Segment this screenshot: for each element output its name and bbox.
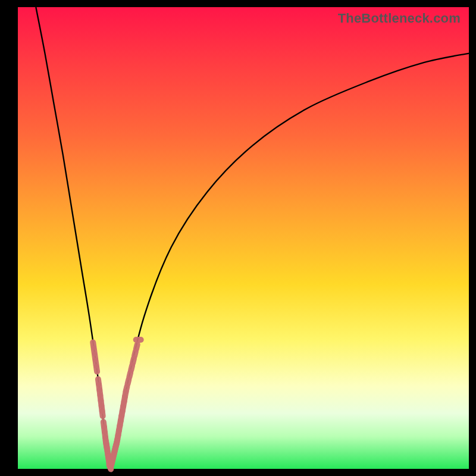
svg-rect-52 bbox=[133, 337, 144, 343]
chart-frame: TheBottleneck.com bbox=[0, 0, 476, 476]
plot-area: TheBottleneck.com bbox=[18, 7, 469, 469]
curve-marker-blobs bbox=[90, 337, 144, 473]
svg-rect-4 bbox=[93, 364, 100, 375]
bottleneck-curve bbox=[18, 7, 469, 469]
svg-rect-11 bbox=[99, 408, 106, 419]
